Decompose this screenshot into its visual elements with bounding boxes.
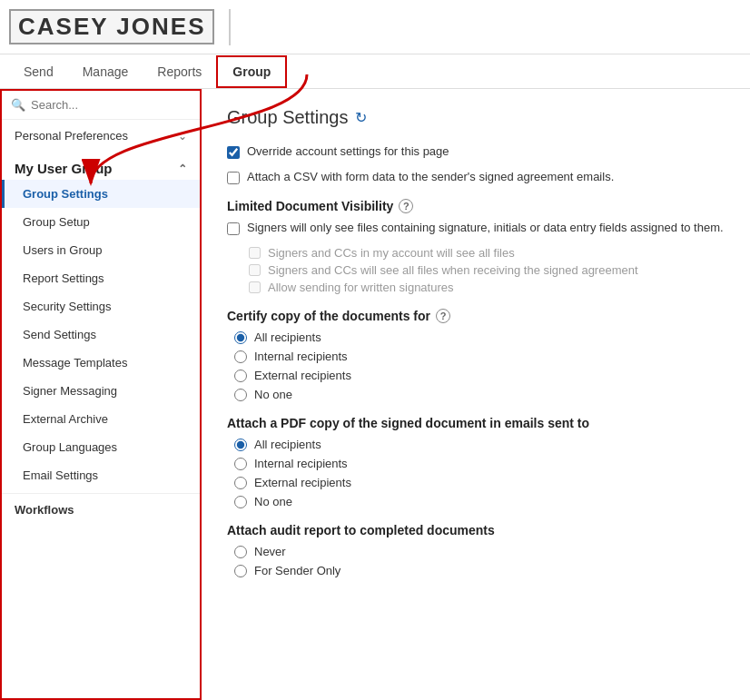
main-content: Group Settings ↻ Override account settin…: [202, 89, 750, 700]
pdf-internal-label: Internal recipients: [254, 457, 348, 470]
audit-sender-row: For Sender Only: [234, 564, 725, 577]
pdf-noone-radio[interactable]: [234, 496, 247, 508]
workflows-section[interactable]: Workflows: [2, 493, 200, 526]
allow-written-checkbox[interactable]: [249, 281, 261, 293]
certify-all-label: All recipients: [254, 330, 321, 344]
nav-manage[interactable]: Manage: [68, 57, 143, 86]
limited-doc-visibility-heading: Limited Document Visibility ?: [227, 199, 725, 213]
signers-ccs-receive-label: Signers and CCs will see all files when …: [268, 263, 638, 277]
audit-report-label: Attach audit report to completed documen…: [227, 523, 495, 537]
main-layout: 🔍 Personal Preferences ⌄ My User Group ⌃…: [0, 89, 750, 700]
certify-internal-radio[interactable]: [234, 350, 247, 363]
nav-reports[interactable]: Reports: [143, 57, 216, 86]
pdf-internal-radio[interactable]: [234, 458, 247, 470]
page-title-text: Group Settings: [227, 107, 348, 128]
search-icon: 🔍: [11, 98, 25, 112]
pdf-all-recipients-row: All recipients: [234, 438, 725, 451]
sub-checkboxes-group: Signers and CCs in my account will see a…: [249, 246, 725, 294]
sidebar-item-message-templates[interactable]: Message Templates: [2, 349, 200, 377]
pdf-all-label: All recipients: [254, 438, 321, 451]
attach-csv-label: Attach a CSV with form data to the sende…: [247, 170, 614, 183]
sidebar-item-email-settings[interactable]: Email Settings: [2, 461, 200, 489]
signers-only-label: Signers will only see files containing s…: [247, 221, 724, 234]
sidebar-item-send-settings[interactable]: Send Settings: [2, 320, 200, 349]
override-checkbox[interactable]: [227, 146, 240, 159]
pdf-external-row: External recipients: [234, 476, 725, 489]
page-title-area: Group Settings ↻: [227, 107, 725, 128]
pdf-noone-row: No one: [234, 495, 725, 508]
allow-written-row: Allow sending for written signatures: [249, 281, 725, 294]
sidebar-item-signer-messaging[interactable]: Signer Messaging: [2, 377, 200, 405]
certify-noone-radio[interactable]: [234, 389, 247, 401]
signers-ccs-all-checkbox[interactable]: [249, 247, 261, 259]
certify-copy-help-icon[interactable]: ?: [436, 309, 450, 323]
sidebar: 🔍 Personal Preferences ⌄ My User Group ⌃…: [0, 89, 202, 700]
signers-ccs-all-row: Signers and CCs in my account will see a…: [249, 246, 725, 260]
sidebar-item-security-settings[interactable]: Security Settings: [2, 292, 200, 320]
signers-only-row: Signers will only see files containing s…: [227, 221, 725, 235]
override-settings-row: Override account settings for this page: [227, 144, 725, 159]
audit-never-row: Never: [234, 545, 725, 558]
signers-ccs-receive-row: Signers and CCs will see all files when …: [249, 263, 725, 277]
certify-external-row: External recipients: [234, 369, 725, 382]
nav-send[interactable]: Send: [9, 57, 68, 86]
certify-all-radio[interactable]: [234, 331, 247, 344]
signers-ccs-receive-checkbox[interactable]: [249, 264, 261, 276]
my-user-group-label[interactable]: My User Group ⌃: [2, 152, 200, 180]
certify-external-label: External recipients: [254, 369, 351, 382]
certify-external-radio[interactable]: [234, 370, 247, 382]
audit-report-heading: Attach audit report to completed documen…: [227, 523, 725, 537]
audit-radio-group: Never For Sender Only: [234, 545, 725, 577]
audit-never-label: Never: [254, 545, 286, 558]
sidebar-item-group-setup[interactable]: Group Setup: [2, 208, 200, 236]
attach-pdf-heading: Attach a PDF copy of the signed document…: [227, 416, 725, 430]
certify-copy-heading: Certify copy of the documents for ?: [227, 309, 725, 323]
override-label: Override account settings for this page: [247, 144, 449, 158]
sidebar-item-users-in-group[interactable]: Users in Group: [2, 236, 200, 264]
search-input[interactable]: [31, 98, 191, 112]
sidebar-search-area: 🔍: [2, 91, 200, 120]
pdf-noone-label: No one: [254, 495, 292, 508]
sidebar-item-group-settings[interactable]: Group Settings: [2, 180, 200, 208]
pdf-internal-row: Internal recipients: [234, 457, 725, 470]
signers-only-checkbox[interactable]: [227, 222, 240, 235]
attach-csv-row: Attach a CSV with form data to the sende…: [227, 170, 725, 184]
personal-preferences-header[interactable]: Personal Preferences ⌄: [2, 120, 200, 152]
pdf-external-radio[interactable]: [234, 477, 247, 489]
certify-radio-group: All recipients Internal recipients Exter…: [234, 330, 725, 401]
header-divider: [229, 9, 231, 45]
audit-sender-radio[interactable]: [234, 565, 247, 577]
pdf-external-label: External recipients: [254, 476, 351, 489]
certify-noone-row: No one: [234, 388, 725, 401]
certify-internal-row: Internal recipients: [234, 350, 725, 363]
audit-never-radio[interactable]: [234, 546, 247, 558]
refresh-icon[interactable]: ↻: [355, 109, 367, 126]
nav-group[interactable]: Group: [216, 55, 287, 88]
sidebar-item-report-settings[interactable]: Report Settings: [2, 264, 200, 292]
app-logo: CASEY JONES: [9, 9, 214, 44]
certify-internal-label: Internal recipients: [254, 350, 348, 363]
pdf-all-radio[interactable]: [234, 439, 247, 451]
allow-written-label: Allow sending for written signatures: [268, 281, 454, 294]
attach-pdf-label: Attach a PDF copy of the signed document…: [227, 416, 589, 430]
personal-preferences-chevron: ⌄: [178, 130, 187, 143]
sidebar-item-external-archive[interactable]: External Archive: [2, 405, 200, 433]
certify-all-recipients-row: All recipients: [234, 330, 725, 344]
sidebar-item-group-languages[interactable]: Group Languages: [2, 433, 200, 461]
my-user-group-chevron: ⌃: [178, 163, 187, 175]
attach-csv-checkbox[interactable]: [227, 172, 240, 184]
attach-pdf-radio-group: All recipients Internal recipients Exter…: [234, 438, 725, 508]
certify-copy-label: Certify copy of the documents for: [227, 309, 430, 323]
nav-bar: Send Manage Reports Group: [0, 54, 750, 89]
personal-preferences-label: Personal Preferences: [15, 129, 128, 143]
certify-noone-label: No one: [254, 388, 292, 401]
limited-doc-visibility-label: Limited Document Visibility: [227, 199, 393, 213]
limited-doc-help-icon[interactable]: ?: [399, 199, 413, 213]
signers-ccs-all-label: Signers and CCs in my account will see a…: [268, 246, 515, 260]
audit-sender-label: For Sender Only: [254, 564, 340, 577]
